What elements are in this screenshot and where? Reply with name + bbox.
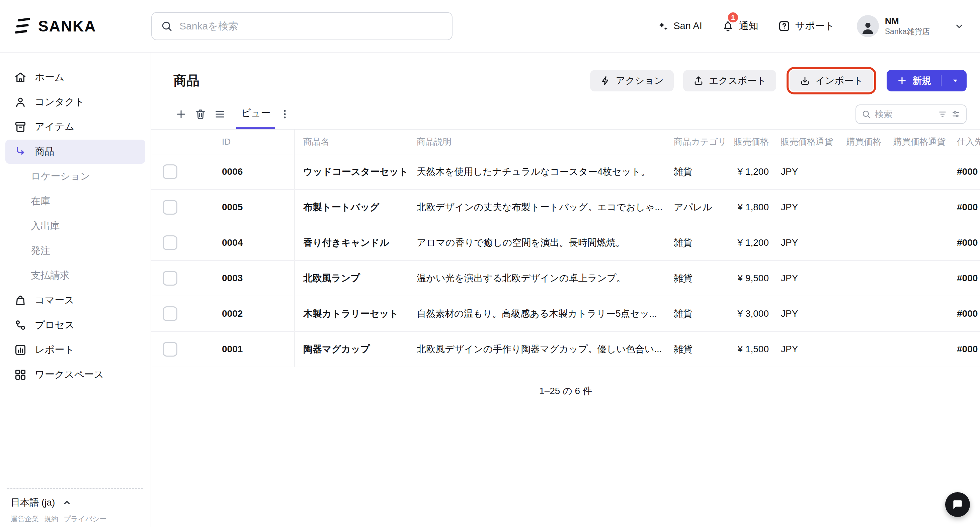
action-button[interactable]: アクション (590, 70, 674, 91)
cell-currency: JPY (772, 296, 837, 331)
row-checkbox[interactable] (163, 200, 177, 215)
sidebar-item-items[interactable]: アイテム (5, 115, 145, 139)
more-options-button[interactable] (275, 99, 294, 129)
trash-icon (194, 108, 207, 120)
sanka-logo[interactable]: SANKA (13, 16, 151, 36)
global-search-input[interactable] (180, 21, 443, 32)
sidebar-item-workspace[interactable]: ワークスペース (5, 363, 145, 387)
cell-supplier: #000 (948, 189, 980, 225)
logo-text: SANKA (38, 17, 96, 35)
table-row[interactable]: 0004 香り付きキャンドル アロマの香りで癒しの空間を演出。長時間燃焼。 雑貨… (151, 225, 980, 261)
table-row[interactable]: 0002 木製カトラリーセット 自然素材の温もり。高級感ある木製カトラリー5点セ… (151, 296, 980, 331)
delete-button[interactable] (191, 99, 210, 129)
caret-down-icon[interactable] (950, 75, 961, 86)
user-org: Sanka雑貨店 (885, 27, 930, 37)
shopping-bag-icon (14, 294, 27, 307)
column-header-price[interactable]: 販売価格 (728, 129, 772, 154)
import-button[interactable]: インポート (789, 70, 873, 91)
chevron-down-icon[interactable] (953, 20, 965, 32)
sidebar-item-purchase-orders[interactable]: 発注 (5, 239, 145, 263)
table-search-input[interactable] (875, 109, 934, 119)
cell-id: 0002 (186, 296, 294, 331)
sidebar-item-home[interactable]: ホーム (5, 65, 145, 89)
table-row[interactable]: 0003 北欧風ランプ 温かい光を演出する北欧デザインの卓上ランプ。 雑貨 ¥ … (151, 261, 980, 296)
cell-name: 木製カトラリーセット (294, 296, 408, 331)
global-search[interactable] (151, 12, 452, 40)
cell-category: 雑貨 (665, 331, 728, 367)
link-company[interactable]: 運営企業 (11, 514, 39, 524)
notifications-button[interactable]: 1 通知 (722, 19, 759, 33)
cell-price: ¥ 1,800 (728, 189, 772, 225)
new-button[interactable]: 新規 (887, 70, 967, 91)
sidebar-item-inventory[interactable]: 在庫 (5, 189, 145, 213)
main-content: 商品 アクション エクスポート (151, 53, 980, 527)
zap-icon (600, 75, 611, 86)
column-header-currency[interactable]: 販売価格通貨 (772, 129, 837, 154)
cell-purchase-currency (885, 154, 948, 189)
cell-category: 雑貨 (665, 296, 728, 331)
row-checkbox[interactable] (163, 342, 177, 357)
help-icon (778, 20, 791, 32)
user-menu[interactable]: NM Sanka雑貨店 (857, 15, 930, 37)
sidebar-item-inout[interactable]: 入出庫 (5, 214, 145, 238)
cell-id: 0006 (186, 154, 294, 189)
cell-purchase-price (837, 331, 885, 367)
row-checkbox[interactable] (163, 306, 177, 321)
page-actions: アクション エクスポート インポート (590, 70, 967, 91)
san-ai-button[interactable]: San AI (656, 20, 702, 32)
sidebar-item-process[interactable]: プロセス (5, 313, 145, 337)
cell-desc: 温かい光を演出する北欧デザインの卓上ランプ。 (408, 261, 665, 296)
table-search[interactable] (856, 105, 967, 124)
link-privacy[interactable]: プライバシー (64, 514, 107, 524)
support-label: サポート (795, 19, 835, 33)
column-header-purchase-currency[interactable]: 購買価格通貨 (885, 129, 948, 154)
legal-links: 運営企業 規約 プライバシー (11, 514, 140, 524)
cell-category: アパレル (665, 189, 728, 225)
cell-category: 雑貨 (665, 225, 728, 261)
table-row[interactable]: 0006 ウッドコースターセット 天然木を使用したナチュラルなコースター4枚セッ… (151, 154, 980, 189)
column-header-category[interactable]: 商品カテゴリ (665, 129, 728, 154)
row-checkbox[interactable] (163, 236, 177, 250)
sliders-icon[interactable] (951, 110, 961, 119)
cell-supplier: #000 (948, 154, 980, 189)
sidebar-item-commerce[interactable]: コマース (5, 288, 145, 312)
column-header-id[interactable]: ID (186, 129, 294, 154)
export-button[interactable]: エクスポート (683, 70, 776, 91)
column-header-purchase-price[interactable]: 購買価格 (837, 129, 885, 154)
cell-name: 陶器マグカップ (294, 331, 408, 367)
sidebar-item-locations[interactable]: ロケーション (5, 164, 145, 188)
notification-badge: 1 (727, 11, 739, 24)
column-header-supplier[interactable]: 仕入先 (948, 129, 980, 154)
cell-name: ウッドコースターセット (294, 154, 408, 189)
cell-name: 香り付きキャンドル (294, 225, 408, 261)
sidebar-item-label: 商品 (35, 145, 54, 158)
sidebar-footer: 日本語 (ja) 運営企業 規約 プライバシー (7, 488, 143, 527)
sidebar-item-products[interactable]: 商品 (5, 140, 145, 164)
cell-purchase-currency (885, 296, 948, 331)
chat-button[interactable] (945, 492, 970, 517)
sidebar-item-label: 発注 (31, 244, 50, 258)
row-checkbox[interactable] (163, 271, 177, 286)
grid-icon (14, 368, 27, 381)
user-meta: NM Sanka雑貨店 (885, 16, 930, 37)
filter-icon[interactable] (938, 110, 947, 119)
sidebar-item-billing[interactable]: 支払請求 (5, 263, 145, 288)
row-checkbox[interactable] (163, 164, 177, 179)
cell-supplier: #000 (948, 296, 980, 331)
sanka-logo-icon (13, 16, 32, 36)
add-row-button[interactable] (171, 99, 191, 129)
sidebar-item-label: レポート (35, 343, 74, 357)
tab-view[interactable]: ビュー (236, 99, 275, 129)
sidebar-item-reports[interactable]: レポート (5, 338, 145, 362)
table-row[interactable]: 0005 布製トートバッグ 北欧デザインの丈夫な布製トートバッグ。エコでおしゃ.… (151, 189, 980, 225)
table-row[interactable]: 0001 陶器マグカップ 北欧風デザインの手作り陶器マグカップ。優しい色合い..… (151, 331, 980, 367)
list-view-button[interactable] (210, 99, 230, 129)
language-selector[interactable]: 日本語 (ja) (11, 496, 140, 509)
link-terms[interactable]: 規約 (44, 514, 58, 524)
cell-id: 0001 (186, 331, 294, 367)
column-header-desc[interactable]: 商品説明 (408, 129, 665, 154)
sidebar-item-contacts[interactable]: コンタクト (5, 90, 145, 114)
column-header-name[interactable]: 商品名 (294, 129, 408, 154)
support-button[interactable]: サポート (778, 19, 835, 33)
import-icon (800, 75, 810, 86)
